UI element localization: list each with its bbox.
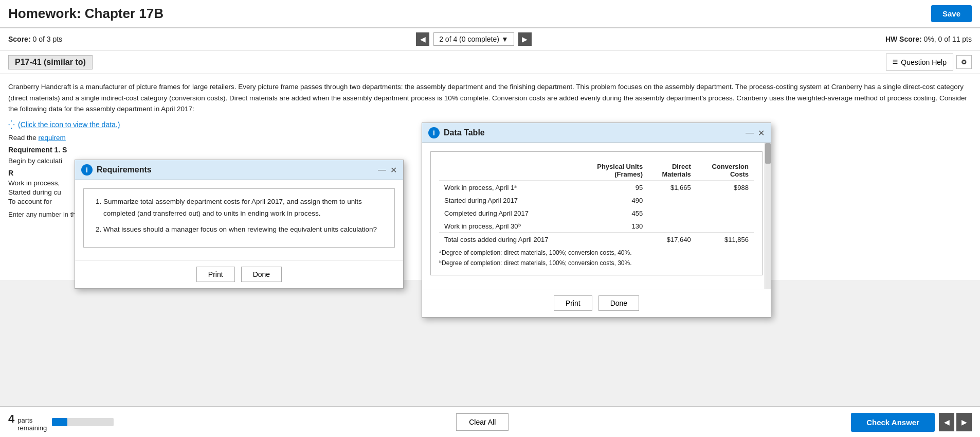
score-value: 0 of 3 pts: [32, 35, 62, 43]
requirements-modal-icon: i: [81, 164, 93, 176]
requirement-item-2: What issues should a manager focus on wh…: [103, 224, 385, 236]
hw-score-info: HW Score: 0%, 0 of 11 pts: [885, 35, 972, 43]
header: Homework: Chapter 17B Save: [0, 0, 980, 28]
question-help-label: Question Help: [901, 58, 947, 66]
total-row-units: [579, 233, 648, 247]
settings-button[interactable]: ⚙: [956, 55, 972, 69]
data-link-text: (Click the icon to view the data.): [18, 120, 120, 129]
question-progress-text: 2 of 4 (0 complete): [439, 35, 499, 43]
problem-text: Cranberry Handcraft is a manufacturer of…: [8, 81, 972, 115]
requirements-close-button[interactable]: ✕: [390, 165, 397, 175]
help-icon: ≡: [893, 57, 898, 67]
table-row: Started during April 2017 490: [439, 194, 754, 207]
scrollbar[interactable]: [765, 143, 771, 280]
data-table: Physical Units (Frames) Direct Materials…: [439, 160, 754, 246]
data-table-modal-body: Physical Units (Frames) Direct Materials…: [422, 143, 771, 280]
data-table-modal-header: i Data Table — ✕: [422, 123, 771, 143]
requirements-modal-header: i Requirements — ✕: [75, 160, 403, 180]
requirements-modal: i Requirements — ✕ Summarize total assem…: [75, 160, 404, 280]
requirements-modal-header-left: i Requirements: [81, 164, 152, 176]
row-started-label: Started during April 2017: [439, 194, 579, 207]
requirements-link[interactable]: requirem: [39, 134, 66, 142]
save-button[interactable]: Save: [931, 5, 972, 22]
requirements-minimize-button[interactable]: —: [378, 165, 386, 174]
row-wip-april30-cc: [696, 220, 754, 233]
row-started-units: 490: [579, 194, 648, 207]
requirements-modal-title: Requirements: [97, 165, 152, 174]
row-started-dm: [648, 194, 696, 207]
footnote-b: ᵇDegree of completion: direct materials,…: [439, 259, 754, 267]
question-id: P17-41 (similar to): [8, 55, 93, 69]
col-physical-units-header: Physical Units (Frames): [579, 160, 648, 181]
total-row-label: Total costs added during April 2017: [439, 233, 579, 247]
dropdown-icon: ▼: [501, 35, 509, 43]
table-row: Completed during April 2017 455: [439, 207, 754, 220]
data-table-modal-icon: i: [428, 127, 440, 138]
data-table-modal-header-left: i Data Table: [428, 127, 485, 138]
hw-score-label: HW Score:: [885, 35, 922, 43]
data-table-wrapper: Physical Units (Frames) Direct Materials…: [430, 151, 763, 275]
table-row: Work in process, April 1ᵃ 95 $1,665 $988: [439, 181, 754, 195]
question-bar: P17-41 (similar to) ≡ Question Help ⚙: [0, 50, 980, 74]
grid-icon: ⁛: [8, 120, 15, 130]
row-wip-april1-dm: $1,665: [648, 181, 696, 195]
row-wip-april30-units: 130: [579, 220, 648, 233]
score-info: Score: 0 of 3 pts: [8, 35, 62, 43]
nav-bar: Score: 0 of 3 pts ◀ 2 of 4 (0 complete) …: [0, 28, 980, 50]
row-wip-april30-dm: [648, 220, 696, 233]
row-started-cc: [696, 194, 754, 207]
data-table-modal-title: Data Table: [444, 128, 485, 137]
prev-question-button[interactable]: ◀: [416, 32, 429, 46]
total-row-dm: $17,640: [648, 233, 696, 247]
row-completed-label: Completed during April 2017: [439, 207, 579, 220]
scrollbar-thumb[interactable]: [765, 143, 771, 164]
data-table-close-button[interactable]: ✕: [758, 128, 765, 138]
requirement-item-1: Summarize total assembly department cost…: [103, 196, 385, 220]
requirements-modal-footer: Print Done: [75, 260, 403, 280]
col-conversion-costs-header: Conversion Costs: [696, 160, 754, 181]
row-completed-dm: [648, 207, 696, 220]
footnote-a: ᵃDegree of completion: direct materials,…: [439, 249, 754, 256]
requirements-done-button[interactable]: Done: [241, 267, 282, 280]
row-wip-april1-cc: $988: [696, 181, 754, 195]
row-completed-cc: [696, 207, 754, 220]
row-wip-april30-label: Work in process, April 30ᵇ: [439, 220, 579, 233]
nav-center: ◀ 2 of 4 (0 complete) ▼ ▶: [416, 32, 532, 46]
data-table-modal: i Data Table — ✕ Physical Units (Frames): [422, 123, 771, 280]
col-label-header: [439, 160, 579, 181]
question-help-button[interactable]: ≡ Question Help: [886, 54, 953, 71]
gear-icon: ⚙: [961, 58, 967, 66]
total-row-cc: $11,856: [696, 233, 754, 247]
table-row-total: Total costs added during April 2017 $17,…: [439, 233, 754, 247]
requirements-box: Summarize total assembly department cost…: [83, 188, 395, 248]
row-completed-units: 455: [579, 207, 648, 220]
data-table-modal-controls: — ✕: [746, 128, 765, 138]
next-question-button[interactable]: ▶: [518, 32, 532, 46]
hw-score-value: 0%, 0 of 11 pts: [924, 35, 972, 43]
question-progress[interactable]: 2 of 4 (0 complete) ▼: [433, 32, 514, 46]
requirements-modal-controls: — ✕: [378, 165, 397, 175]
data-table-minimize-button[interactable]: —: [746, 128, 754, 137]
requirements-modal-body: Summarize total assembly department cost…: [75, 180, 403, 260]
table-row: Work in process, April 30ᵇ 130: [439, 220, 754, 233]
requirements-print-button[interactable]: Print: [196, 267, 235, 280]
row-wip-april1-label: Work in process, April 1ᵃ: [439, 181, 579, 195]
page-title: Homework: Chapter 17B: [8, 6, 164, 22]
row-wip-april1-units: 95: [579, 181, 648, 195]
score-label: Score:: [8, 35, 31, 43]
col-direct-materials-header: Direct Materials: [648, 160, 696, 181]
